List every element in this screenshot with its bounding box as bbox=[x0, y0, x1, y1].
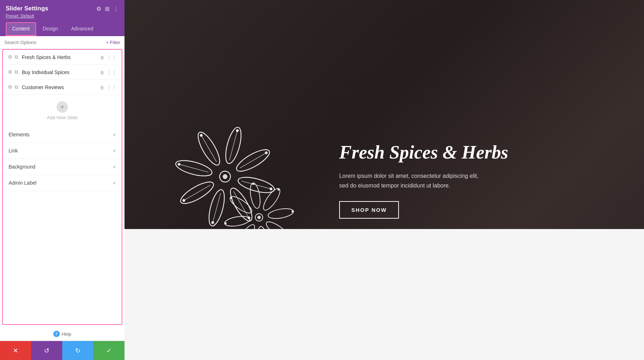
tab-advanced[interactable]: Advanced bbox=[65, 22, 100, 36]
trash-icon-1[interactable] bbox=[100, 54, 104, 60]
svg-point-27 bbox=[261, 186, 283, 212]
slide-2-icons bbox=[8, 69, 18, 75]
help-label: Help bbox=[62, 331, 72, 337]
sidebar: Slider Settings ⚙ ⊞ ⋮ Preset: Default Co… bbox=[0, 0, 125, 360]
tab-design[interactable]: Design bbox=[36, 22, 65, 36]
copy-icon-2[interactable] bbox=[15, 69, 18, 75]
sidebar-title: Slider Settings bbox=[6, 5, 48, 12]
gear-icon-3[interactable] bbox=[8, 84, 13, 90]
more-icon-2[interactable]: ⋮ bbox=[107, 69, 117, 75]
svg-point-19 bbox=[264, 151, 268, 155]
tab-content[interactable]: Content bbox=[6, 22, 36, 36]
more-icon-3[interactable]: ⋮ bbox=[107, 84, 117, 90]
background-label: Background bbox=[9, 164, 35, 170]
elements-chevron-icon: ∨ bbox=[113, 132, 116, 137]
slider-text-content: Fresh Spices & Herbs Lorem ipsum dolor s… bbox=[318, 127, 644, 233]
copy-icon-3[interactable] bbox=[15, 84, 18, 90]
svg-point-17 bbox=[222, 174, 228, 179]
background-chevron-icon: ∨ bbox=[113, 164, 116, 169]
slide-3-actions: ⋮ bbox=[100, 84, 117, 90]
slider-description: Lorem ipsum dolor sit amet, consectetur … bbox=[339, 171, 489, 190]
add-slide-circle: + bbox=[57, 101, 68, 113]
svg-point-26 bbox=[249, 182, 262, 209]
search-row: + Filter bbox=[0, 36, 125, 49]
admin-label-chevron-icon: ∨ bbox=[113, 180, 116, 185]
grid-icon[interactable]: ⊞ bbox=[105, 5, 109, 12]
link-accordion: Link ∨ bbox=[3, 143, 122, 159]
svg-point-18 bbox=[236, 129, 239, 132]
slide-item-1[interactable]: Fresh Spices & Herbs ⋮ bbox=[3, 50, 122, 65]
settings-icon[interactable]: ⚙ bbox=[96, 5, 101, 12]
header-icons: ⚙ ⊞ ⋮ bbox=[96, 5, 119, 12]
elements-accordion-header[interactable]: Elements ∨ bbox=[3, 127, 122, 142]
sidebar-header: Slider Settings ⚙ ⊞ ⋮ Preset: Default Co… bbox=[0, 0, 125, 36]
slide-1-icons bbox=[8, 54, 18, 60]
svg-line-9 bbox=[240, 153, 266, 168]
gear-icon[interactable] bbox=[8, 54, 13, 60]
cancel-button[interactable]: ✕ bbox=[0, 341, 31, 360]
below-slider-area bbox=[125, 229, 644, 360]
svg-line-13 bbox=[184, 185, 210, 200]
add-new-slide-button[interactable]: + Add New Slide bbox=[3, 95, 122, 127]
svg-line-11 bbox=[234, 191, 249, 218]
trash-icon-2[interactable] bbox=[100, 69, 104, 75]
link-accordion-header[interactable]: Link ∨ bbox=[3, 143, 122, 159]
slide-2-name: Buy Individual Spices bbox=[22, 69, 97, 75]
svg-point-32 bbox=[224, 215, 250, 228]
shop-now-button[interactable]: SHOP NOW bbox=[339, 201, 399, 219]
svg-point-20 bbox=[269, 187, 273, 190]
link-chevron-icon: ∨ bbox=[113, 148, 116, 153]
content-area: Fresh Spices & Herbs ⋮ Buy Individual Sp… bbox=[2, 49, 122, 325]
bottom-toolbar: ✕ ↺ ↻ ✓ bbox=[0, 341, 125, 360]
elements-label: Elements bbox=[9, 132, 29, 137]
slide-1-name: Fresh Spices & Herbs bbox=[22, 54, 97, 60]
svg-point-23 bbox=[182, 199, 186, 202]
slide-1-actions: ⋮ bbox=[100, 54, 117, 60]
more-icon[interactable]: ⋮ bbox=[113, 5, 119, 12]
preset-row: Preset: Default bbox=[6, 14, 119, 19]
main-canvas: Fresh Spices & Herbs Lorem ipsum dolor s… bbox=[125, 0, 644, 360]
admin-label-label: Admin Label bbox=[9, 180, 36, 186]
gear-icon-2[interactable] bbox=[8, 69, 13, 75]
slide-3-icons bbox=[8, 84, 18, 90]
undo-button[interactable]: ↺ bbox=[31, 341, 62, 360]
slider-heading: Fresh Spices & Herbs bbox=[339, 141, 623, 164]
svg-point-28 bbox=[267, 207, 294, 220]
more-icon-1[interactable]: ⋮ bbox=[107, 54, 117, 60]
admin-label-accordion: Admin Label ∨ bbox=[3, 175, 122, 191]
svg-point-24 bbox=[177, 162, 181, 166]
background-accordion: Background ∨ bbox=[3, 159, 122, 175]
slide-3-name: Customer Reviews bbox=[22, 84, 97, 90]
help-icon: ? bbox=[53, 331, 60, 337]
admin-label-accordion-header[interactable]: Admin Label ∨ bbox=[3, 175, 122, 191]
help-row[interactable]: ? Help bbox=[0, 327, 125, 341]
svg-line-15 bbox=[201, 135, 217, 162]
filter-button[interactable]: + Filter bbox=[106, 40, 120, 45]
svg-point-25 bbox=[199, 133, 203, 137]
slide-item-2[interactable]: Buy Individual Spices ⋮ bbox=[3, 65, 122, 80]
slide-2-actions: ⋮ bbox=[100, 69, 117, 75]
add-slide-label: Add New Slide bbox=[47, 115, 77, 120]
link-label: Link bbox=[9, 148, 18, 154]
save-button[interactable]: ✓ bbox=[93, 341, 125, 360]
svg-point-22 bbox=[211, 221, 214, 224]
svg-point-35 bbox=[257, 215, 261, 219]
copy-icon[interactable] bbox=[15, 54, 18, 60]
svg-point-33 bbox=[228, 194, 254, 216]
redo-button[interactable]: ↻ bbox=[62, 341, 93, 360]
search-input[interactable] bbox=[4, 40, 103, 45]
tabs-row: Content Design Advanced bbox=[6, 22, 119, 36]
slide-item-3[interactable]: Customer Reviews ⋮ bbox=[3, 80, 122, 95]
elements-accordion: Elements ∨ bbox=[3, 127, 122, 143]
trash-icon-3[interactable] bbox=[100, 84, 104, 90]
background-accordion-header[interactable]: Background ∨ bbox=[3, 159, 122, 175]
